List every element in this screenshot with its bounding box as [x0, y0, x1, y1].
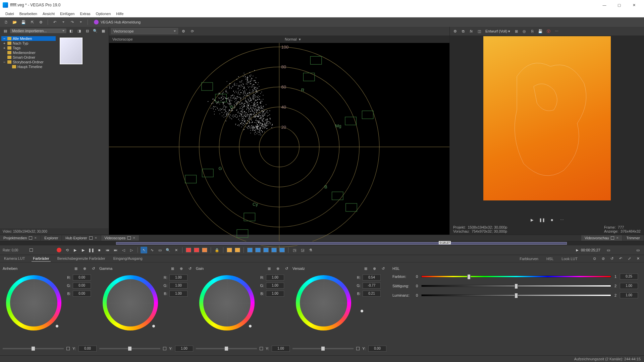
- menu-einfuegen[interactable]: Einfügen: [57, 11, 77, 16]
- media-icon[interactable]: ▤: [2, 27, 9, 34]
- maximize-timeline-icon[interactable]: ▭: [635, 247, 641, 253]
- minimize-button[interactable]: —: [597, 0, 612, 10]
- properties-icon[interactable]: ⚙: [38, 19, 44, 25]
- wheel-handle[interactable]: [249, 324, 252, 328]
- b-value[interactable]: 1.00: [169, 291, 187, 297]
- wheel-reset-icon[interactable]: ↺: [90, 265, 97, 272]
- preview-v-icon[interactable]: Ⓥ: [545, 28, 552, 35]
- r-value[interactable]: 1.00: [169, 275, 187, 281]
- y-reset-icon[interactable]: [66, 347, 70, 350]
- record-icon[interactable]: [56, 247, 62, 253]
- color-wheel[interactable]: [196, 272, 258, 334]
- panel-tab[interactable]: Explorer: [41, 235, 61, 241]
- tab-pin-icon[interactable]: [611, 236, 614, 240]
- preview-play-icon[interactable]: ▶: [529, 217, 535, 223]
- color-tab[interactable]: Farbkurven: [518, 256, 540, 261]
- wheel-reset-icon[interactable]: ↺: [380, 265, 386, 272]
- g-value[interactable]: 0.00: [73, 283, 91, 289]
- tree-item[interactable]: −Alle Medien: [1, 36, 56, 41]
- color-wheel[interactable]: [292, 272, 355, 334]
- wheel-target-icon[interactable]: ⊕: [81, 265, 88, 272]
- menu-datei[interactable]: Datei: [3, 11, 17, 16]
- save-icon[interactable]: 💾: [20, 19, 27, 25]
- scope-refresh-icon[interactable]: ⟳: [189, 28, 196, 35]
- preview-pause-icon[interactable]: ❚❚: [539, 217, 545, 223]
- get-media-icon[interactable]: ◨: [76, 27, 83, 34]
- tree-item[interactable]: +Nach Typ: [1, 41, 56, 46]
- r-value[interactable]: 0.00: [73, 275, 91, 281]
- color-tab[interactable]: HSL: [545, 256, 555, 261]
- panel-tab[interactable]: Projektmedien✕: [0, 235, 40, 241]
- preview-grid-icon[interactable]: ⊞: [513, 28, 520, 35]
- undo-dropdown-icon[interactable]: [60, 19, 67, 25]
- r-value[interactable]: 1.00: [266, 275, 284, 281]
- rate-reset-icon[interactable]: [30, 248, 33, 252]
- wheel-reset-icon[interactable]: ↺: [186, 265, 193, 272]
- g-value[interactable]: 1.00: [266, 283, 284, 289]
- timecode-opts-icon[interactable]: ▭: [605, 247, 612, 253]
- panel-tab[interactable]: Videovorschau✕: [581, 235, 623, 241]
- wheel-target-icon[interactable]: ⊕: [274, 265, 281, 272]
- expand-icon[interactable]: +: [3, 46, 6, 50]
- tree-item[interactable]: Haupt-Timeline: [1, 64, 56, 69]
- y-value[interactable]: 1.00: [175, 346, 193, 352]
- y-slider[interactable]: [3, 348, 64, 349]
- y-value[interactable]: 0.00: [78, 346, 97, 352]
- y-value[interactable]: 1.00: [272, 346, 290, 352]
- y-reset-icon[interactable]: [260, 347, 263, 350]
- undo-icon[interactable]: ↶: [51, 19, 58, 25]
- hsl-value[interactable]: 0.25: [620, 274, 638, 280]
- color-tab[interactable]: Bereichsbegrenzte Farbräder: [56, 256, 107, 262]
- b-value[interactable]: 0.21: [363, 291, 381, 297]
- wheel-view-icon[interactable]: ⊞: [362, 265, 369, 272]
- wheel-view-icon[interactable]: ⊞: [266, 265, 272, 272]
- menu-extras[interactable]: Extras: [77, 11, 93, 16]
- color-tab[interactable]: Farbräder: [32, 256, 50, 262]
- search-icon[interactable]: 🔍: [92, 27, 99, 34]
- preview-external-icon[interactable]: ⧉: [460, 28, 467, 35]
- panel-tab[interactable]: Hub Explorer✕: [62, 235, 100, 241]
- timeline-strip[interactable]: 0:18:27: [0, 241, 644, 245]
- tab-pin-icon[interactable]: [89, 236, 93, 240]
- color-tab[interactable]: Kamera LUT: [3, 256, 26, 262]
- y-reset-icon[interactable]: [163, 347, 166, 350]
- open-icon[interactable]: 📂: [11, 19, 18, 25]
- loop-icon[interactable]: ⟲: [64, 247, 70, 253]
- preview-overlay-icon[interactable]: ◎: [521, 28, 528, 35]
- stop-icon[interactable]: ■: [96, 247, 103, 253]
- media-thumbnail[interactable]: [60, 38, 83, 64]
- play-start-icon[interactable]: ▶: [72, 247, 78, 253]
- b-value[interactable]: 0.00: [73, 291, 91, 297]
- color-close-icon[interactable]: ✕: [635, 255, 641, 262]
- y-value[interactable]: 0.00: [368, 346, 386, 352]
- scope-mode-dropdown[interactable]: Normal ▾: [285, 37, 301, 42]
- tree-item[interactable]: +Tags: [1, 46, 56, 50]
- r-value[interactable]: 0.54: [363, 275, 381, 281]
- color-tab[interactable]: Look LUT: [560, 256, 579, 261]
- menu-optionen[interactable]: Optionen: [93, 11, 114, 16]
- preview-quality-dropdown[interactable]: Entwurf (Voll) ▾: [484, 28, 512, 35]
- wheel-view-icon[interactable]: ⊞: [169, 265, 176, 272]
- menu-bearbeiten[interactable]: Bearbeiten: [17, 11, 40, 16]
- menu-ansicht[interactable]: Ansicht: [40, 11, 57, 16]
- render-icon[interactable]: ⇱: [29, 19, 36, 25]
- wheel-view-icon[interactable]: ⊞: [72, 265, 79, 272]
- hsl-slider[interactable]: [421, 285, 611, 287]
- capture-icon[interactable]: ◧: [68, 27, 74, 34]
- tree-item[interactable]: Medienordner: [1, 50, 56, 55]
- scope-selector[interactable]: Vectorscope: [111, 28, 178, 34]
- preview-copy-icon[interactable]: ⎘: [529, 28, 536, 35]
- tab-pin-icon[interactable]: [29, 236, 32, 240]
- wheel-handle[interactable]: [152, 324, 155, 328]
- preview-stop-icon[interactable]: ■: [549, 217, 555, 223]
- y-slider[interactable]: [99, 348, 160, 349]
- color-bypass-icon[interactable]: ⊘: [600, 255, 606, 262]
- preview-settings-icon[interactable]: ⚙: [452, 28, 459, 35]
- color-undo-icon[interactable]: ↶: [617, 255, 624, 262]
- redo-dropdown-icon[interactable]: [77, 19, 84, 25]
- wheel-target-icon[interactable]: ⊕: [178, 265, 184, 272]
- y-reset-icon[interactable]: [356, 347, 360, 350]
- tab-close-icon[interactable]: ✕: [95, 236, 97, 240]
- color-toggle-icon[interactable]: ⊙: [591, 255, 598, 262]
- redo-icon[interactable]: ↷: [69, 19, 75, 25]
